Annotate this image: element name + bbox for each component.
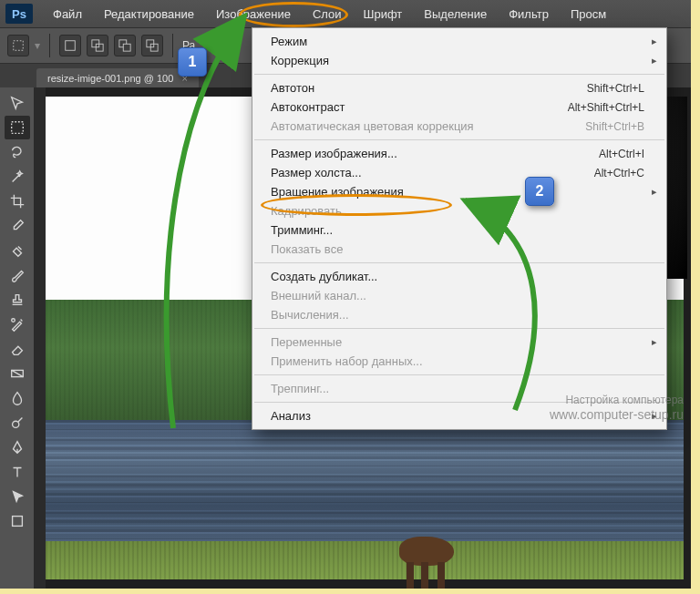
menu-item[interactable]: Размер изображения...Alt+Ctrl+I	[252, 144, 666, 163]
menu-item[interactable]: Тримминг...	[252, 220, 666, 240]
menu-select[interactable]: Выделение	[413, 0, 498, 27]
mode-add-icon[interactable]	[87, 35, 108, 56]
photoshop-window: Ps Файл Редактирование Изображение Слои …	[0, 0, 691, 589]
mode-subtract-icon[interactable]	[114, 35, 136, 56]
svg-rect-5	[123, 44, 130, 51]
menu-separator	[254, 328, 664, 329]
tool-move[interactable]	[5, 91, 30, 115]
tool-dodge[interactable]	[5, 411, 30, 435]
menu-item-label: Автотон	[271, 81, 314, 95]
menu-item[interactable]: Создать дубликат...	[252, 267, 666, 286]
menu-item-label: Тримминг...	[271, 223, 333, 237]
menu-item-label: Переменные	[271, 335, 342, 349]
menu-item[interactable]: Режим	[252, 32, 666, 51]
menu-item-shortcut: Shift+Ctrl+B	[585, 120, 644, 133]
menu-item-label: Внешний канал...	[271, 289, 366, 302]
tool-sidebar	[0, 87, 35, 589]
menu-item-label: Вращение изображения	[271, 185, 404, 199]
tool-brush[interactable]	[5, 263, 30, 287]
tool-pen[interactable]	[5, 435, 30, 459]
menu-item: Внешний канал...	[252, 286, 666, 305]
menu-item: Показать все	[252, 240, 666, 259]
menu-separator	[254, 374, 664, 375]
tool-shape[interactable]	[5, 509, 30, 533]
menu-view[interactable]: Просм	[560, 0, 617, 27]
svg-rect-12	[12, 517, 22, 527]
menu-item-label: Анализ	[271, 409, 311, 423]
tool-path-select[interactable]	[5, 485, 30, 508]
menu-item-label: Треппинг...	[271, 382, 329, 395]
menu-file[interactable]: Файл	[42, 0, 93, 27]
menu-item-label: Показать все	[271, 242, 343, 256]
menu-item[interactable]: АвтотонShift+Ctrl+L	[252, 78, 666, 97]
svg-point-11	[12, 421, 18, 427]
svg-rect-8	[11, 122, 23, 134]
selection-tool-icon[interactable]	[7, 35, 29, 56]
tool-lasso[interactable]	[5, 140, 30, 164]
menu-separator	[254, 139, 664, 140]
menu-layers[interactable]: Слои	[302, 0, 353, 27]
tool-type[interactable]	[5, 460, 30, 484]
menu-item-label: Коррекция	[271, 54, 329, 67]
menu-filter[interactable]: Фильтр	[498, 0, 560, 27]
menubar: Ps Файл Редактирование Изображение Слои …	[0, 0, 691, 27]
menu-item-label: Автоконтраст	[271, 100, 345, 114]
ruler-strip	[35, 87, 46, 589]
tool-crop[interactable]	[5, 189, 30, 213]
document-tab[interactable]: resize-imige-001.png @ 100 ×	[36, 68, 199, 87]
tool-stamp[interactable]	[5, 288, 30, 312]
watermark: Настройка компьютера www.computer-setup.…	[550, 394, 684, 424]
tool-history-brush[interactable]	[5, 312, 30, 336]
svg-rect-0	[14, 41, 24, 51]
svg-point-9	[11, 319, 15, 323]
menu-item-label: Кадрировать	[271, 204, 342, 218]
tool-heal[interactable]	[5, 239, 30, 262]
menu-item-shortcut: Alt+Shift+Ctrl+L	[568, 101, 644, 114]
menu-item-label: Вычисления...	[271, 308, 349, 322]
mode-new-icon[interactable]	[59, 35, 81, 56]
menu-item: Переменные	[252, 333, 666, 352]
menu-item-label: Создать дубликат...	[271, 270, 377, 283]
menu-item-label: Размер изображения...	[271, 147, 397, 160]
tool-eyedropper[interactable]	[5, 214, 30, 238]
menu-item: Применить набор данных...	[252, 352, 666, 371]
image-menu-dropdown: РежимКоррекцияАвтотонShift+Ctrl+LАвтокон…	[252, 27, 667, 430]
menu-item-shortcut: Alt+Ctrl+I	[599, 148, 644, 160]
tool-marquee[interactable]	[5, 116, 30, 139]
tool-eraser[interactable]	[5, 337, 30, 361]
svg-rect-1	[66, 41, 76, 51]
menu-item-label: Автоматическая цветовая коррекция	[271, 119, 474, 133]
tool-gradient[interactable]	[5, 362, 30, 385]
menu-separator	[254, 262, 664, 263]
document-tab-title: resize-imige-001.png @ 100	[47, 73, 173, 84]
menu-item[interactable]: Коррекция	[252, 51, 666, 70]
menu-item-label: Применить набор данных...	[271, 354, 423, 368]
menu-item: Вычисления...	[252, 305, 666, 324]
menu-item: Кадрировать	[252, 201, 666, 220]
menu-item-label: Режим	[271, 35, 307, 48]
menu-separator	[254, 74, 664, 75]
app-logo: Ps	[5, 4, 33, 24]
annotation-callout-1: 1	[178, 47, 207, 77]
menu-edit[interactable]: Редактирование	[93, 0, 205, 27]
menu-item: Автоматическая цветовая коррекцияShift+C…	[252, 117, 666, 136]
tool-wand[interactable]	[5, 165, 30, 189]
menu-item-shortcut: Alt+Ctrl+C	[594, 167, 644, 179]
menu-item[interactable]: АвтоконтрастAlt+Shift+Ctrl+L	[252, 97, 666, 117]
menu-image[interactable]: Изображение	[205, 0, 302, 27]
menu-item[interactable]: Вращение изображения	[252, 182, 666, 201]
menu-item[interactable]: Размер холста...Alt+Ctrl+C	[252, 163, 666, 182]
menu-item-shortcut: Shift+Ctrl+L	[587, 82, 644, 95]
mode-intersect-icon[interactable]	[141, 35, 163, 56]
menu-item-label: Размер холста...	[271, 166, 362, 179]
tool-blur[interactable]	[5, 386, 30, 410]
annotation-callout-2: 2	[525, 177, 554, 206]
menu-type[interactable]: Шрифт	[353, 0, 414, 27]
